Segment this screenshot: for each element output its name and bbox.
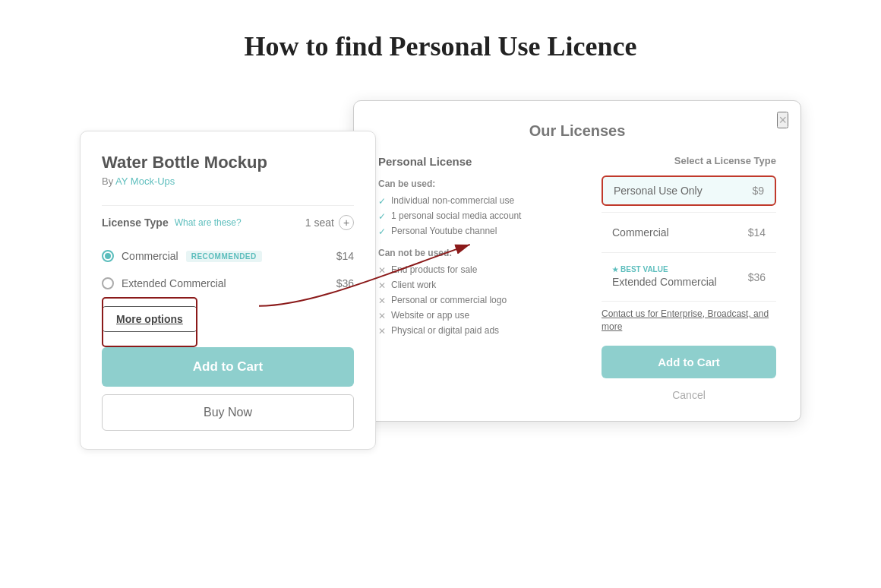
radio-commercial[interactable] (102, 250, 114, 262)
extended-label: Extended Commercial (122, 277, 226, 289)
license-modal: × Our Licenses Personal License Can be u… (353, 100, 801, 422)
extended-license-label: Extended Commercial (612, 276, 717, 288)
modal-title: Our Licenses (378, 122, 776, 140)
seat-label: 1 seat (305, 217, 334, 229)
author-link[interactable]: AY Mock-Ups (115, 175, 175, 187)
select-license-title: Select a License Type (602, 155, 776, 166)
x-icon: ✕ (378, 265, 386, 276)
check-icon: ✓ (378, 211, 386, 222)
personal-use-only-price: $9 (752, 185, 764, 197)
buy-now-button[interactable]: Buy Now (102, 394, 354, 431)
license-header-left: License Type What are these? (102, 217, 242, 229)
can-be-used-title: Can be used: (378, 179, 583, 189)
radio-extended[interactable] (102, 277, 114, 289)
recommended-badge: RECOMMENDED (186, 251, 262, 262)
check-icon: ✓ (378, 226, 386, 237)
main-content: Water Bottle Mockup By AY Mock-Ups Licen… (0, 85, 881, 465)
list-item: ✕ End products for sale (378, 264, 583, 276)
x-icon: ✕ (378, 326, 386, 337)
enterprise-link[interactable]: Contact us for Enterprise, Broadcast, an… (602, 308, 776, 334)
modal-add-cart-button[interactable]: Add to Cart (602, 346, 776, 378)
list-item: ✕ Personal or commercial logo (378, 295, 583, 306)
product-card: Water Bottle Mockup By AY Mock-Ups Licen… (80, 131, 376, 450)
commercial-price: $14 (336, 250, 354, 262)
extended-price: $36 (336, 277, 354, 289)
product-title: Water Bottle Mockup (102, 153, 354, 172)
divider (602, 252, 776, 253)
commercial-option[interactable]: Commercial $14 (602, 219, 776, 246)
list-item: ✓ Personal Youtube channel (378, 226, 583, 237)
modal-cancel-button[interactable]: Cancel (602, 384, 776, 406)
add-seat-button[interactable]: + (339, 215, 354, 230)
personal-use-only-label: Personal Use Only (614, 185, 703, 197)
personal-use-only-option[interactable]: Personal Use Only $9 (602, 175, 776, 206)
modal-close-button[interactable]: × (777, 112, 788, 128)
list-item: ✕ Client work (378, 280, 583, 291)
product-author: By AY Mock-Ups (102, 175, 354, 187)
best-value-badge: BEST VALUE (612, 265, 717, 273)
modal-columns: Personal License Can be used: ✓ Individu… (378, 155, 776, 406)
can-be-used-list: ✓ Individual non-commercial use ✓ 1 pers… (378, 195, 583, 237)
license-option-extended-left: Extended Commercial (102, 277, 226, 289)
x-icon: ✕ (378, 296, 386, 306)
what-are-these-link[interactable]: What are these? (175, 217, 242, 228)
list-item: ✓ 1 personal social media account (378, 210, 583, 222)
license-option-commercial[interactable]: Commercial RECOMMENDED $14 (102, 242, 354, 270)
divider (602, 212, 776, 213)
license-header: License Type What are these? 1 seat + (102, 215, 354, 230)
license-option-extended[interactable]: Extended Commercial $36 (102, 270, 354, 297)
divider (602, 301, 776, 302)
license-label: License Type (102, 217, 169, 229)
personal-license-title: Personal License (378, 155, 583, 168)
page-title: How to find Personal Use Licence (0, 0, 881, 85)
seat-info: 1 seat + (305, 215, 354, 230)
extended-commercial-option[interactable]: BEST VALUE Extended Commercial $36 (602, 259, 776, 295)
extended-license-price: $36 (748, 271, 766, 283)
list-item: ✕ Website or app use (378, 310, 583, 321)
x-icon: ✕ (378, 311, 386, 321)
divider (102, 205, 354, 206)
cannot-be-used-list: ✕ End products for sale ✕ Client work ✕ … (378, 264, 583, 337)
modal-right-column: Select a License Type Personal Use Only … (602, 155, 776, 406)
commercial-license-price: $14 (748, 226, 766, 239)
extended-row: BEST VALUE Extended Commercial $36 (612, 265, 766, 289)
commercial-license-label: Commercial (612, 226, 669, 239)
cannot-be-used-title: Can not be used: (378, 248, 583, 258)
list-item: ✕ Physical or digital paid ads (378, 325, 583, 337)
more-options-button[interactable]: More options (102, 306, 197, 332)
commercial-label: Commercial (122, 250, 178, 262)
x-icon: ✕ (378, 280, 386, 291)
license-option-commercial-left: Commercial RECOMMENDED (102, 250, 262, 262)
more-options-wrapper: More options (102, 297, 197, 347)
add-to-cart-button[interactable]: Add to Cart (102, 347, 354, 387)
list-item: ✓ Individual non-commercial use (378, 195, 583, 207)
modal-left-column: Personal License Can be used: ✓ Individu… (378, 155, 583, 406)
check-icon: ✓ (378, 196, 386, 207)
